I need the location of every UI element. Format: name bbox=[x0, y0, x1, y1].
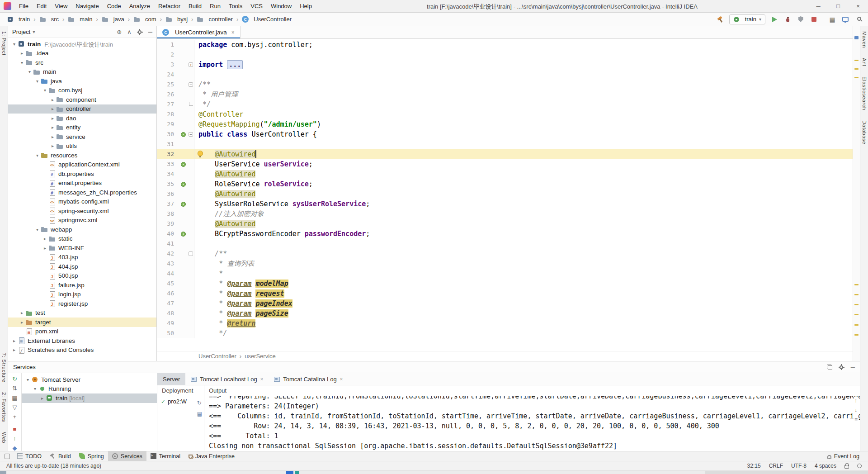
menu-navigate[interactable]: Navigate bbox=[71, 0, 103, 13]
code-line-36[interactable]: 36 @Autowired bbox=[157, 189, 853, 199]
code-line-37[interactable]: 37 SysUserRoleService sysUserRoleService… bbox=[157, 199, 853, 209]
breadcrumb-usercontroller[interactable]: UserController bbox=[241, 15, 293, 24]
code-line-31[interactable]: 31 bbox=[157, 139, 853, 149]
chevron-closed-icon[interactable]: ▸ bbox=[49, 116, 56, 121]
tool-stripe-database[interactable]: Database bbox=[862, 115, 867, 149]
breadcrumb-src[interactable]: src bbox=[38, 15, 60, 24]
services-tab-tomcat-catalina-log[interactable]: Tomcat Catalina Log× bbox=[269, 373, 348, 385]
code-line-39[interactable]: 39 @Autowired bbox=[157, 219, 853, 229]
stop-button[interactable] bbox=[810, 15, 818, 24]
group-icon[interactable]: ▦ bbox=[11, 394, 19, 401]
editor-stripe-mark[interactable] bbox=[854, 36, 859, 39]
services-tab-tomcat-localhost-log[interactable]: Tomcat Localhost Log× bbox=[185, 373, 269, 385]
hide-panel-icon[interactable]: ─ bbox=[851, 364, 855, 370]
project-tree-item-webapp[interactable]: ▾webapp bbox=[8, 225, 156, 234]
code-line-33[interactable]: 33 UserService userService; bbox=[157, 159, 853, 169]
code-line-49[interactable]: 49 * @return bbox=[157, 318, 853, 328]
indicator-icon[interactable] bbox=[857, 464, 862, 468]
code-line-2[interactable]: 2 bbox=[157, 50, 853, 60]
project-tree-item-external-libraries[interactable]: ▸External Libraries bbox=[8, 336, 156, 346]
server-output[interactable]: ==> Preparing: SELECT id,trainId,fromSta… bbox=[204, 396, 860, 451]
deployment-column-header[interactable]: Deployment bbox=[157, 385, 204, 396]
project-tree-item-login-jsp[interactable]: login.jsp bbox=[8, 290, 156, 299]
breadcrumb-controller[interactable]: controller bbox=[195, 15, 234, 24]
services-tree-item-running[interactable]: ▾Running bbox=[22, 384, 157, 394]
menu-code[interactable]: Code bbox=[103, 0, 125, 13]
code-editor[interactable]: 1package com.bysj.controller;23+import .… bbox=[157, 39, 853, 351]
fold-collapse-icon[interactable]: − bbox=[189, 132, 193, 137]
chevron-down-icon[interactable]: ▾ bbox=[33, 29, 35, 34]
code-line-29[interactable]: 29@RequestMapping("/admin/user") bbox=[157, 119, 853, 129]
chevron-open-icon[interactable]: ▾ bbox=[19, 60, 25, 65]
chevron-closed-icon[interactable]: ▸ bbox=[49, 125, 56, 130]
project-tree-item-component[interactable]: ▸component bbox=[8, 95, 156, 104]
project-tree-item-static[interactable]: ▸static bbox=[8, 234, 156, 244]
fold-collapse-icon[interactable]: − bbox=[189, 251, 193, 256]
project-tree-item-service[interactable]: ▸service bbox=[8, 132, 156, 142]
project-tree-item-pom-xml[interactable]: pom.xml bbox=[8, 327, 156, 337]
collapse-all-icon[interactable]: ∧ bbox=[127, 28, 132, 35]
tool-window-switcher-icon[interactable] bbox=[5, 454, 10, 459]
chevron-closed-icon[interactable]: ▸ bbox=[42, 236, 48, 241]
chevron-open-icon[interactable]: ▾ bbox=[26, 69, 33, 74]
editor-crumb-userservice[interactable]: userService bbox=[245, 353, 276, 360]
tool-stripe-1-project[interactable]: 1: Project bbox=[1, 26, 7, 61]
status-32-15[interactable]: 32:15 bbox=[747, 463, 761, 469]
project-tree-item-applicationcontext-xml[interactable]: applicationContext.xml bbox=[8, 160, 156, 170]
menu-refactor[interactable]: Refactor bbox=[154, 0, 184, 13]
chevron-closed-icon[interactable]: ▸ bbox=[19, 310, 25, 315]
float-window-icon[interactable] bbox=[827, 365, 832, 370]
menu-edit[interactable]: Edit bbox=[33, 0, 51, 13]
menu-run[interactable]: Run bbox=[206, 0, 225, 13]
editor-stripe-mark[interactable] bbox=[854, 60, 859, 61]
project-tree-item-target[interactable]: ▸target bbox=[8, 318, 156, 327]
debug-button[interactable] bbox=[783, 15, 792, 24]
menu-tools[interactable]: Tools bbox=[225, 0, 246, 13]
hide-panel-icon[interactable]: ─ bbox=[148, 28, 152, 35]
edit-artifact-icon[interactable]: ▤ bbox=[197, 411, 202, 417]
code-line-26[interactable]: 26 * 用户管理 bbox=[157, 90, 853, 100]
artifact-icon[interactable]: ◆ bbox=[11, 445, 19, 451]
code-line-34[interactable]: 34 @Autowired bbox=[157, 169, 853, 179]
lock-icon[interactable] bbox=[844, 465, 849, 469]
minimize-button[interactable]: ─ bbox=[808, 0, 828, 13]
spring-bean-icon[interactable] bbox=[181, 162, 186, 167]
tool-stripe-web[interactable]: Web bbox=[1, 427, 7, 448]
add-icon[interactable]: + bbox=[11, 413, 19, 420]
project-tree-item-mybatis-config-xml[interactable]: mybatis-config.xml bbox=[8, 197, 156, 207]
chevron-open-icon[interactable]: ▾ bbox=[42, 88, 48, 93]
code-line-30[interactable]: 30−public class UserController { bbox=[157, 129, 853, 139]
menu-window[interactable]: Window bbox=[267, 0, 296, 13]
code-line-35[interactable]: 35 RoleService roleService; bbox=[157, 179, 853, 189]
code-line-27[interactable]: 27 */ bbox=[157, 100, 853, 109]
status-utf-8[interactable]: UTF-8 bbox=[791, 463, 807, 469]
project-tree-item-404-jsp[interactable]: 404.jsp bbox=[8, 262, 156, 271]
chevron-closed-icon[interactable]: ▸ bbox=[19, 320, 25, 325]
run-button[interactable] bbox=[770, 15, 778, 24]
chevron-open-icon[interactable]: ▾ bbox=[24, 377, 31, 382]
code-line-44[interactable]: 44 * bbox=[157, 269, 853, 279]
project-tree-item-test[interactable]: ▸test bbox=[8, 308, 156, 318]
coverage-button[interactable] bbox=[797, 15, 805, 24]
close-button[interactable]: × bbox=[848, 0, 868, 13]
breadcrumb-bysj[interactable]: bysj bbox=[164, 15, 189, 24]
close-tab-icon[interactable]: × bbox=[260, 376, 263, 382]
scroll-up-icon[interactable]: ↑ bbox=[854, 398, 858, 404]
project-tree-item-main[interactable]: ▾main bbox=[8, 67, 156, 77]
editor-stripe-mark[interactable] bbox=[854, 68, 859, 70]
collapse-icon[interactable]: ⇅ bbox=[11, 385, 19, 392]
project-tree-item-email-properties[interactable]: email.properties bbox=[8, 179, 156, 188]
filter-icon[interactable]: ▽ bbox=[11, 404, 19, 411]
chevron-closed-icon[interactable]: ▸ bbox=[39, 396, 46, 401]
editor-stripe-mark[interactable] bbox=[854, 284, 859, 285]
editor-crumb-usercontroller[interactable]: UserController bbox=[198, 353, 236, 360]
chevron-closed-icon[interactable]: ▸ bbox=[42, 246, 48, 251]
code-line-24[interactable]: 24 bbox=[157, 70, 853, 80]
spring-bean-icon[interactable] bbox=[181, 202, 186, 207]
project-tree-item-com-bysj[interactable]: ▾com.bysj bbox=[8, 86, 156, 95]
project-tree-item-utils[interactable]: ▸utils bbox=[8, 142, 156, 151]
code-line-42[interactable]: 42− /** bbox=[157, 249, 853, 259]
chevron-closed-icon[interactable]: ▸ bbox=[49, 143, 56, 148]
tool-window-button-build[interactable]: Build bbox=[46, 451, 75, 461]
project-tree-item-web-inf[interactable]: ▸WEB-INF bbox=[8, 243, 156, 253]
